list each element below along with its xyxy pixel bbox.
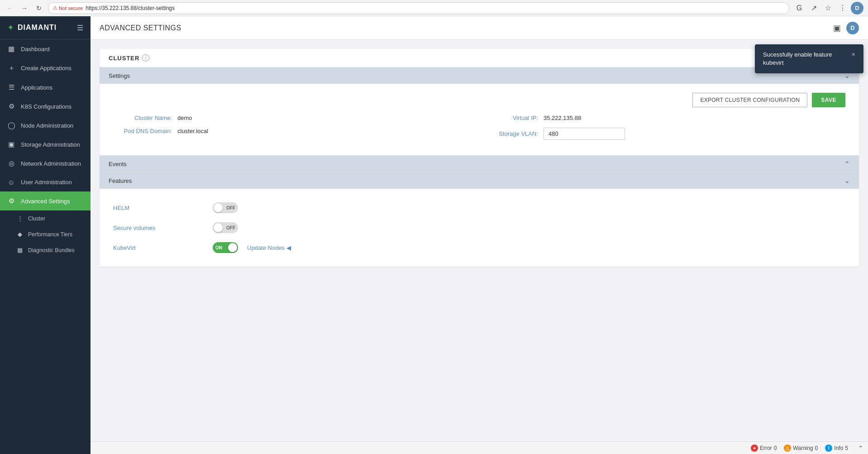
form-actions: EXPORT CLUSTER CONFIGURATION SAVE [113, 93, 845, 107]
save-button[interactable]: SAVE [812, 93, 845, 107]
virtual-ip-value: 35.222.135.88 [544, 115, 581, 121]
feature-row-helm: HELM off [113, 198, 845, 218]
advanced-settings-icon: ⚙ [7, 197, 15, 205]
info-count: 5 [845, 445, 848, 451]
sidebar-header: ✦ DIAMANTI ☰ [0, 16, 91, 39]
create-applications-icon: ＋ [7, 64, 15, 72]
virtual-ip-row: Virtual IP: 35.222.135.88 [488, 115, 836, 121]
update-nodes-link[interactable]: Update Nodes ◀ [247, 244, 291, 251]
applications-icon: ☰ [7, 83, 15, 91]
cluster-settings-grid: Cluster Name: demo Pod DNS Domain: clust… [113, 115, 845, 146]
sidebar-item-k8s-configurations[interactable]: ⚙ K8S Configurations [0, 97, 91, 116]
cluster-name-row: Cluster Name: demo [122, 115, 470, 121]
info-label: Info [834, 445, 843, 451]
diagnostic-bundles-sub-icon: ▩ [16, 247, 24, 253]
sidebar-item-applications[interactable]: ☰ Applications [0, 78, 91, 97]
sidebar-item-dashboard[interactable]: ▦ Dashboard [0, 39, 91, 58]
google-icon[interactable]: G [793, 2, 806, 14]
url-display: https://35.222.135.88/cluster-settings [86, 5, 175, 11]
warning-dot: △ [784, 444, 791, 452]
form-right-column: Virtual IP: 35.222.135.88 Storage VLAN: [479, 115, 845, 146]
sidebar-item-dashboard-label: Dashboard [21, 46, 50, 53]
not-secure-label: Not secure [59, 5, 83, 11]
sidebar-item-user-administration[interactable]: ☺ User Administration [0, 173, 91, 191]
kubevirt-toggle-container: on [213, 242, 238, 253]
main-content: ADVANCED SETTINGS ▣ D Sucessfully enable… [91, 16, 868, 454]
cluster-name-label: Cluster Name: [122, 115, 172, 121]
sidebar-item-node-administration[interactable]: ◯ Node Administration [0, 116, 91, 135]
sidebar-sub-item-diagnostic-bundles[interactable]: ▩ Diagnostic Bundles [0, 242, 91, 258]
kubevirt-toggle[interactable]: on [213, 242, 238, 253]
sidebar-item-storage-administration[interactable]: ▣ Storage Administration [0, 135, 91, 154]
storage-vlan-row: Storage VLAN: [488, 128, 836, 140]
browser-actions: G ↗ ☆ ⋮ D [793, 2, 863, 14]
sidebar-item-advanced-settings[interactable]: ⚙ Advanced Settings [0, 191, 91, 210]
security-indicator: ⚠ Not secure [53, 5, 83, 11]
events-section-label: Events [109, 161, 127, 167]
info-status-item[interactable]: i Info 5 [825, 444, 848, 452]
notifications-icon[interactable]: ▣ [833, 23, 841, 33]
error-status-item[interactable]: ● Error 0 [751, 444, 777, 452]
sidebar-item-node-label: Node Administration [21, 122, 73, 129]
features-chevron-icon: ⌄ [844, 177, 850, 184]
status-bar: ● Error 0 △ Warning 0 i Info 5 ⌃ [91, 441, 868, 454]
sidebar-item-network-label: Network Administration [21, 160, 81, 167]
storage-vlan-input[interactable] [544, 128, 625, 140]
user-avatar-icon[interactable]: D [846, 22, 859, 34]
top-bar: ADVANCED SETTINGS ▣ D [91, 16, 868, 40]
top-bar-actions: ▣ D [833, 22, 859, 34]
browser-bar: ← → ↻ ⚠ Not secure https://35.222.135.88… [0, 0, 868, 16]
node-icon: ◯ [7, 121, 15, 129]
toast-message: Sucessfully enable feature kubevirt [763, 51, 846, 67]
share-icon[interactable]: ↗ [807, 2, 820, 14]
profile-icon[interactable]: D [851, 2, 863, 14]
feature-secure-volumes-label: Secure volumes [113, 225, 204, 231]
feature-helm-label: HELM [113, 205, 204, 211]
sidebar-sub-item-performance-label: Performance Tiers [28, 231, 72, 238]
features-section-header[interactable]: Features ⌄ [100, 172, 859, 189]
sidebar-sub-item-performance-tiers[interactable]: ◆ Performance Tiers [0, 226, 91, 242]
sidebar-item-user-label: User Administration [21, 179, 72, 186]
toast-notification: Sucessfully enable feature kubevirt × [755, 44, 863, 73]
cluster-section-title: CLUSTER [109, 55, 139, 62]
warning-count: 0 [815, 445, 818, 451]
virtual-ip-label: Virtual IP: [488, 115, 538, 121]
user-icon: ☺ [7, 178, 15, 186]
k8s-icon: ⚙ [7, 102, 15, 110]
menu-icon[interactable]: ⋮ [836, 2, 849, 14]
settings-section-header[interactable]: Settings ⌄ [100, 67, 859, 84]
feature-row-kubevirt: KubeVirt on Update Nodes [113, 238, 845, 258]
sidebar-item-advanced-settings-label: Advanced Settings [21, 198, 70, 205]
address-bar[interactable]: ⚠ Not secure https://35.222.135.88/clust… [48, 2, 789, 14]
logo-text: DIAMANTI [18, 24, 57, 32]
status-expand-icon[interactable]: ⌃ [858, 444, 863, 452]
secure-volumes-toggle[interactable]: off [213, 222, 238, 233]
warning-icon: ⚠ [53, 5, 57, 11]
secure-volumes-off-label: off [226, 225, 235, 230]
feature-kubevirt-label: KubeVirt [113, 244, 204, 251]
forward-button[interactable]: → [19, 3, 30, 14]
warning-status-item[interactable]: △ Warning 0 [784, 444, 818, 452]
pod-dns-value: cluster.local [177, 128, 208, 134]
sidebar-toggle[interactable]: ☰ [77, 24, 83, 32]
export-cluster-config-button[interactable]: EXPORT CLUSTER CONFIGURATION [692, 93, 807, 107]
error-count: 0 [774, 445, 777, 451]
bookmark-icon[interactable]: ☆ [822, 2, 835, 14]
reload-button[interactable]: ↻ [33, 3, 44, 14]
update-nodes-label: Update Nodes [247, 244, 285, 251]
events-section-header[interactable]: Events ⌃ [100, 156, 859, 172]
back-button[interactable]: ← [5, 3, 15, 14]
error-label: Error [760, 445, 772, 451]
sidebar-sub-item-cluster[interactable]: ⋮ Cluster [0, 210, 91, 226]
storage-icon: ▣ [7, 140, 15, 148]
toast-close-button[interactable]: × [852, 51, 855, 58]
logo: ✦ DIAMANTI [7, 23, 57, 33]
sidebar-item-network-administration[interactable]: ◎ Network Administration [0, 154, 91, 173]
helm-toggle[interactable]: off [213, 202, 238, 213]
sidebar-sub-item-diagnostic-label: Diagnostic Bundles [28, 247, 75, 253]
sidebar-item-applications-label: Applications [21, 84, 52, 91]
cluster-info-icon[interactable]: i [142, 54, 149, 62]
content-area: Sucessfully enable feature kubevirt × CL… [91, 40, 868, 441]
info-dot: i [825, 444, 832, 452]
sidebar-item-create-applications[interactable]: ＋ Create Applications [0, 58, 91, 78]
